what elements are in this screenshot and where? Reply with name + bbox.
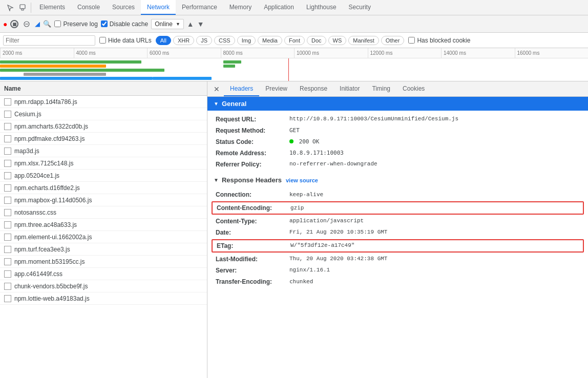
preserve-log-checkbox[interactable] bbox=[54, 20, 61, 27]
tab-network[interactable]: Network bbox=[141, 0, 176, 15]
import-har-icon[interactable]: ▲ bbox=[187, 20, 194, 28]
list-item[interactable]: npm.xlsx.7125c148.js bbox=[0, 157, 207, 170]
has-blocked-cookie-checkbox[interactable] bbox=[408, 37, 415, 44]
file-icon bbox=[4, 221, 11, 228]
header-content-type: Content-Type: application/javascript bbox=[207, 216, 588, 227]
filter-other[interactable]: Other bbox=[381, 36, 405, 45]
header-request-method: Request Method: GET bbox=[207, 125, 588, 136]
list-item[interactable]: npm.amcharts.6322cd0b.js bbox=[0, 120, 207, 133]
list-item[interactable]: app.05204ce1.js bbox=[0, 170, 207, 182]
timeline-cursor bbox=[288, 58, 289, 81]
hide-data-urls-checkbox[interactable] bbox=[99, 37, 106, 44]
filter-input[interactable] bbox=[6, 37, 88, 44]
timeline-area: 2000 ms 4000 ms 6000 ms 8000 ms 10000 ms… bbox=[0, 48, 588, 81]
list-item[interactable]: chunk-vendors.b5bcbe9f.js bbox=[0, 280, 207, 292]
list-item[interactable]: npm.three.ac48a633.js bbox=[0, 219, 207, 231]
general-section-body: Request URL: http://10.8.9.171:10003/Ces… bbox=[207, 111, 588, 173]
disable-cache-label[interactable]: Disable cache bbox=[101, 20, 148, 28]
ruler-6000: 6000 ms bbox=[147, 48, 221, 58]
ruler-12000: 12000 ms bbox=[368, 48, 442, 58]
list-item[interactable]: npm.mapbox-gl.114d0506.js bbox=[0, 194, 207, 206]
export-har-icon[interactable]: ▼ bbox=[197, 20, 204, 28]
tab-console[interactable]: Console bbox=[71, 0, 106, 15]
list-item[interactable]: npm.pdfmake.cfd94263.js bbox=[0, 133, 207, 145]
hide-data-urls-label[interactable]: Hide data URLs bbox=[99, 37, 152, 44]
file-icon bbox=[4, 148, 11, 155]
panel-tabs: ✕ Headers Preview Response Initiator Tim… bbox=[207, 81, 588, 97]
filter-xhr[interactable]: XHR bbox=[173, 36, 194, 45]
preserve-log-label[interactable]: Preserve log bbox=[54, 20, 97, 28]
file-icon bbox=[4, 209, 11, 216]
panel-close-button[interactable]: ✕ bbox=[209, 85, 224, 93]
filter-js[interactable]: JS bbox=[196, 36, 212, 45]
tab-headers[interactable]: Headers bbox=[224, 81, 259, 96]
file-icon bbox=[4, 270, 11, 278]
file-list-header: Name bbox=[0, 81, 207, 96]
list-item[interactable]: map3d.js bbox=[0, 145, 207, 157]
bar-blue-2 bbox=[153, 77, 212, 80]
filter-font[interactable]: Font bbox=[284, 36, 305, 45]
header-etag-highlighted: ETag: W/"5f3df12e-a17c49" bbox=[212, 239, 584, 253]
file-icon bbox=[4, 123, 11, 130]
header-status-code: Status Code: 200 OK bbox=[207, 136, 588, 148]
tab-initiator[interactable]: Initiator bbox=[333, 81, 366, 96]
status-dot bbox=[289, 139, 293, 143]
file-icon bbox=[4, 283, 11, 290]
left-panel: Name npm.rdapp.1d4fa786.js Cesium.js npm… bbox=[0, 81, 207, 378]
record-button[interactable]: ● bbox=[3, 20, 7, 28]
list-item[interactable]: npm.moment.b53195cc.js bbox=[0, 256, 207, 268]
view-source-link[interactable]: view source bbox=[286, 177, 318, 183]
file-icon bbox=[4, 234, 11, 241]
filter-doc[interactable]: Doc bbox=[307, 36, 326, 45]
has-blocked-cookie-label[interactable]: Has blocked cookie bbox=[408, 37, 470, 44]
response-headers-section-header[interactable]: ▼ Response Headers view source bbox=[207, 173, 588, 187]
filter-icon[interactable]: ◢ bbox=[35, 20, 40, 28]
bar-green-small-2 bbox=[223, 65, 235, 68]
filter-img[interactable]: Img bbox=[237, 36, 256, 45]
filter-input-wrap[interactable] bbox=[3, 35, 95, 46]
filter-media[interactable]: Media bbox=[258, 36, 282, 45]
cursor-icon[interactable] bbox=[5, 3, 15, 13]
list-item[interactable]: app.c461449f.css bbox=[0, 268, 207, 280]
tab-cookies[interactable]: Cookies bbox=[396, 81, 431, 96]
tab-preview[interactable]: Preview bbox=[259, 81, 293, 96]
tab-security[interactable]: Security bbox=[343, 0, 377, 15]
stop-button[interactable]: ■ bbox=[10, 20, 18, 28]
tab-elements[interactable]: Elements bbox=[33, 0, 71, 15]
general-arrow-icon: ▼ bbox=[214, 101, 219, 107]
file-list[interactable]: npm.rdapp.1d4fa786.js Cesium.js npm.amch… bbox=[0, 96, 207, 378]
tab-lighthouse[interactable]: Lighthouse bbox=[300, 0, 343, 15]
file-icon bbox=[4, 295, 11, 302]
top-tab-bar: Elements Console Sources Network Perform… bbox=[0, 0, 588, 15]
search-icon[interactable]: 🔍 bbox=[43, 20, 51, 28]
timeline-bars bbox=[0, 58, 588, 81]
tab-sources[interactable]: Sources bbox=[106, 0, 141, 15]
list-item[interactable]: npm.rdapp.1d4fa786.js bbox=[0, 96, 207, 108]
clear-icon[interactable] bbox=[22, 19, 32, 29]
list-item[interactable]: npm.element-ui.1662002a.js bbox=[0, 231, 207, 243]
right-panel: ✕ Headers Preview Response Initiator Tim… bbox=[207, 81, 588, 378]
general-section-header[interactable]: ▼ General bbox=[207, 97, 588, 111]
filter-ws[interactable]: WS bbox=[328, 36, 347, 45]
device-icon[interactable] bbox=[17, 3, 28, 13]
ruler-10000: 10000 ms bbox=[294, 48, 368, 58]
list-item[interactable]: notosanssc.css bbox=[0, 206, 207, 219]
list-item[interactable]: npm.echarts.d16ffde2.js bbox=[0, 182, 207, 194]
tab-response[interactable]: Response bbox=[293, 81, 333, 96]
tab-performance[interactable]: Performance bbox=[176, 0, 223, 15]
list-item[interactable]: npm.turf.fcea3ee3.js bbox=[0, 243, 207, 256]
list-item[interactable]: npm.lottie-web.a49183ad.js bbox=[0, 292, 207, 305]
tab-application[interactable]: Application bbox=[258, 0, 300, 15]
disable-cache-checkbox[interactable] bbox=[101, 20, 108, 27]
filter-all[interactable]: All bbox=[156, 36, 171, 45]
bar-green-1 bbox=[0, 60, 141, 64]
filter-manifest[interactable]: Manifest bbox=[348, 36, 379, 45]
list-item[interactable]: Cesium.js bbox=[0, 108, 207, 120]
tab-timing[interactable]: Timing bbox=[366, 81, 396, 96]
throttle-select[interactable]: Online ▼ bbox=[151, 19, 184, 29]
header-referrer-policy: Referrer Policy: no-referrer-when-downgr… bbox=[207, 159, 588, 170]
filter-css[interactable]: CSS bbox=[214, 36, 235, 45]
tab-memory[interactable]: Memory bbox=[223, 0, 258, 15]
file-icon bbox=[4, 135, 11, 142]
network-toolbar: ● ■ ◢ 🔍 Preserve log Disable cache Onlin… bbox=[0, 15, 588, 33]
